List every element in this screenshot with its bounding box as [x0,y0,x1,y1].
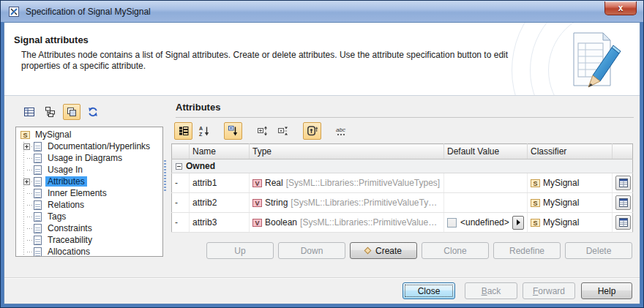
collapse-nodes-icon[interactable] [274,122,292,140]
column-header-name: Name [190,144,250,159]
app-icon [8,6,20,18]
cell-type[interactable]: V Real [SysML::Libraries::PrimitiveValue… [250,173,444,193]
properties-grid-icon[interactable] [20,104,38,120]
expand-plus-icon[interactable] [23,179,30,185]
type-name: Boolean [265,217,297,228]
abc-edit-icon[interactable]: abc [332,122,351,140]
tree-item-label: Traceability [45,235,94,245]
table-row-attrib1[interactable]: - attrib1 V Real [SysML::Libraries::Prim… [172,173,633,193]
cell-default-value[interactable]: <undefined> [444,213,528,233]
default-value-editor-button[interactable] [512,216,524,230]
close-button[interactable]: Close [402,282,455,299]
dialog-footer: Close Back Forward Help [4,277,640,304]
delete-button[interactable]: Delete [565,242,632,259]
clone-button[interactable]: Clone [422,242,489,259]
refresh-icon[interactable] [84,104,102,120]
down-button[interactable]: Down [278,242,345,259]
cell-classifier[interactable]: S MySignal [528,173,613,193]
cell-spec [613,173,633,193]
tree-item-usage-in[interactable]: Usage In [19,164,162,176]
tree-item-inner-elements[interactable]: Inner Elements [19,187,162,199]
specification-tree[interactable]: S MySignal Documentation/Hyperlinks Usag… [15,127,163,257]
type-path: [SysML::Libraries::PrimitiveValueTypes] [291,198,441,208]
cell-name[interactable]: attrib1 [190,173,250,193]
tree-view-icon[interactable] [42,104,59,120]
title-bar[interactable]: Specification of Signal MySignal x [1,1,643,22]
cell-name[interactable]: attrib2 [190,193,250,213]
tree-item-allocations[interactable]: Allocations [19,246,162,257]
attributes-toolbar: A Z [174,122,634,140]
document-node-icon [34,154,42,163]
group-row-owned[interactable]: Owned [172,159,633,173]
table-header-row: Name Type Default Value Classifier [172,144,633,159]
expand-plus-icon[interactable] [23,143,30,150]
tree-item-attributes[interactable]: Attributes [19,176,162,187]
redefine-button[interactable]: Redefine [493,242,561,259]
cell-classifier[interactable]: S MySignal [528,193,613,213]
table-row-attrib2[interactable]: - attrib2 V String [SysML::Libraries::Pr… [172,193,633,213]
tree-item-traceability[interactable]: Traceability [19,234,162,246]
column-header-blank [172,144,190,159]
composite-view-icon[interactable] [63,104,80,120]
sort-alphabetically-icon[interactable]: A Z [195,122,213,140]
tree-item-mysignal[interactable]: S MySignal [19,129,162,140]
table-row-attrib3[interactable]: - attrib3 V Boolean [SysML::Libraries::P… [172,213,633,233]
create-button[interactable]: Create [350,242,417,259]
tree-item-label: Allocations [45,247,92,257]
classifier-name: MySignal [543,198,579,208]
tree-item-label: Relations [45,200,86,210]
document-node-icon [34,142,42,151]
diamond-icon [364,247,372,255]
tree-item-label: Usage in Diagrams [45,153,124,163]
cell-name[interactable]: attrib3 [190,213,250,233]
attribute-specification-button[interactable] [615,215,631,230]
cell-spec [613,213,633,233]
show-inherited-icon[interactable] [303,122,321,140]
row-marker: - [172,213,190,233]
cell-type[interactable]: V String [SysML::Libraries::PrimitiveVal… [250,193,444,213]
svg-text:abc: abc [336,127,345,133]
type-path: [SysML::Libraries::PrimitiveValueTypes] [286,178,441,188]
default-value-checkbox[interactable] [447,218,457,228]
document-node-icon [34,236,42,245]
cell-type[interactable]: V Boolean [SysML::Libraries::PrimitiveVa… [250,213,444,233]
signal-badge-icon: S [531,179,540,187]
tree-item-documentation[interactable]: Documentation/Hyperlinks [19,140,162,152]
document-node-icon [34,224,42,233]
specification-dialog: Specification of Signal MySignal x Signa… [0,0,644,308]
tree-view-toolbar [20,104,102,120]
column-header-classifier: Classifier [528,144,613,159]
row-marker: - [172,173,190,193]
expand-nodes-icon[interactable] [253,122,272,140]
up-button[interactable]: Up [206,242,274,259]
attribute-action-buttons: Up Down Create Clone Redefine Delete [171,242,632,259]
value-property-badge-icon: V [252,219,262,227]
document-node-icon [34,165,42,175]
cell-default-value[interactable] [444,173,528,193]
tree-item-usage-in-diagrams[interactable]: Usage in Diagrams [19,152,162,164]
cell-spec [613,193,633,213]
value-property-badge-icon: V [252,179,262,187]
document-node-icon [34,212,42,222]
close-window-button[interactable]: x [604,1,637,15]
show-columns-icon[interactable] [174,122,192,140]
column-header-type: Type [250,144,444,159]
attribute-specification-button[interactable] [615,195,631,210]
tree-item-tags[interactable]: Tags [19,211,162,222]
panel-splitter-handle[interactable] [164,160,166,191]
value-property-badge-icon: V [252,199,262,207]
signal-badge-icon: S [531,219,540,227]
tree-item-label: Documentation/Hyperlinks [45,141,152,151]
document-node-icon [34,189,42,198]
help-button[interactable]: Help [581,282,632,299]
forward-button[interactable]: Forward [523,282,575,299]
back-button[interactable]: Back [465,282,517,299]
cell-classifier[interactable]: S MySignal [528,213,613,233]
document-node-icon [34,247,42,257]
group-by-icon[interactable] [224,122,242,140]
cell-default-value[interactable] [444,193,528,213]
collapse-minus-icon[interactable] [176,163,182,170]
tree-item-constraints[interactable]: Constraints [19,222,162,234]
attribute-specification-button[interactable] [615,176,631,190]
tree-item-relations[interactable]: Relations [19,199,162,211]
